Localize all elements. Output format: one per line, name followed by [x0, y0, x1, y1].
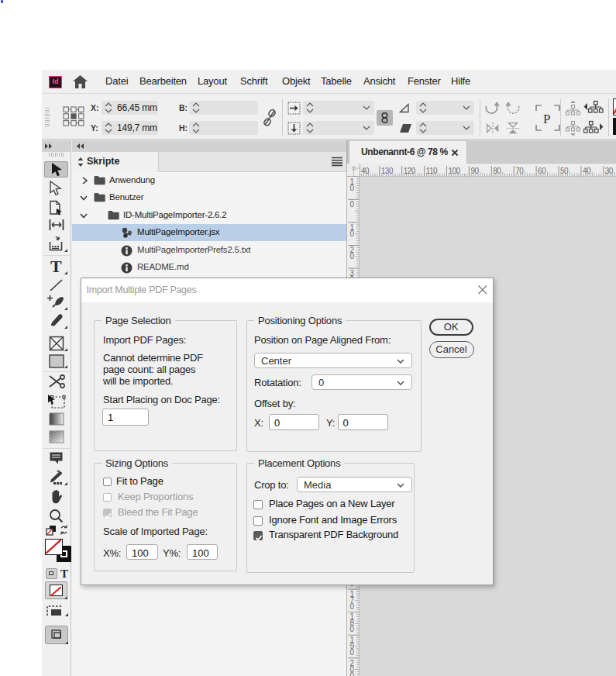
- svg-text:130: 130: [381, 167, 394, 175]
- svg-text:P: P: [543, 112, 550, 126]
- svg-text:70: 70: [515, 167, 524, 175]
- svg-text:60: 60: [538, 167, 546, 175]
- svg-text:0: 0: [350, 625, 355, 633]
- svg-text:90: 90: [470, 167, 479, 175]
- svg-text:40: 40: [361, 167, 370, 175]
- svg-text:120: 120: [404, 167, 416, 175]
- svg-text:0: 0: [350, 648, 355, 657]
- svg-text:0: 0: [350, 252, 355, 260]
- svg-text:100: 100: [449, 167, 461, 175]
- svg-text:110: 110: [426, 167, 438, 175]
- svg-text:0: 0: [350, 200, 355, 209]
- svg-text:80: 80: [493, 167, 501, 175]
- svg-text:40: 40: [583, 167, 591, 175]
- svg-text:0: 0: [350, 184, 355, 192]
- svg-text:0: 0: [350, 229, 355, 238]
- svg-text:50: 50: [560, 167, 569, 175]
- svg-text:30: 30: [605, 167, 614, 175]
- svg-text:0: 0: [350, 671, 355, 676]
- svg-text:0: 0: [350, 602, 355, 611]
- svg-text:T: T: [50, 259, 62, 274]
